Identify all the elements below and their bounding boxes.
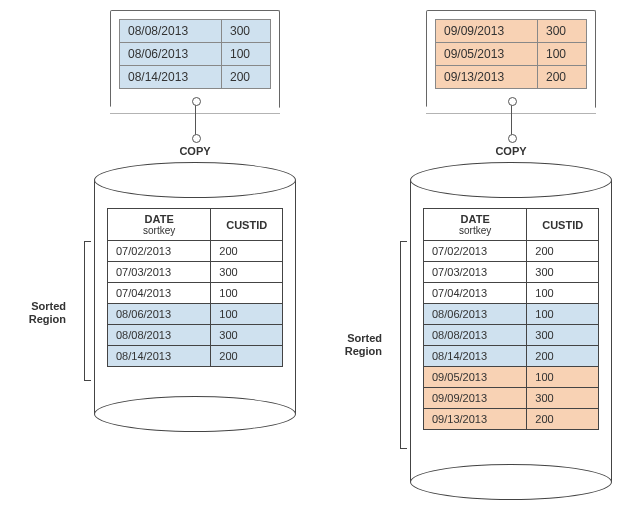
staging-grid-left: 08/08/2013300 08/06/2013100 08/14/201320… [119, 19, 271, 89]
region-label-right: Sorted Region [332, 332, 382, 358]
table-row: 09/09/2013300 [424, 388, 599, 409]
bracket-left [84, 241, 85, 381]
table-row: 07/03/2013300 [108, 262, 283, 283]
staging-grid-right: 09/09/2013300 09/05/2013100 09/13/201320… [435, 19, 587, 89]
connector-left [195, 104, 196, 136]
table-row: 08/14/2013200 [108, 346, 283, 367]
table-row: 07/02/2013200 [108, 241, 283, 262]
copy-label-left: COPY [110, 145, 280, 157]
table-row: 09/13/2013200 [424, 409, 599, 430]
database-cylinder-right: DATEsortkey CUSTID 07/02/201320007/03/20… [410, 180, 612, 482]
database-cylinder-left: DATEsortkey CUSTID 07/02/201320007/03/20… [94, 180, 296, 414]
region-label-left: Sorted Region [16, 300, 66, 326]
table-row: 07/04/2013100 [424, 283, 599, 304]
table-row: 08/06/2013100 [108, 304, 283, 325]
table-row: 08/08/2013300 [424, 325, 599, 346]
table-row: 07/02/2013200 [424, 241, 599, 262]
table-row: 08/06/2013100 [424, 304, 599, 325]
staging-table-left: 08/08/2013300 08/06/2013100 08/14/201320… [110, 10, 280, 109]
table-row: 07/03/2013300 [424, 262, 599, 283]
connector-right [511, 104, 512, 136]
staging-table-right: 09/09/2013300 09/05/2013100 09/13/201320… [426, 10, 596, 109]
table-row: 08/14/2013200 [424, 346, 599, 367]
table-row: 07/04/2013100 [108, 283, 283, 304]
bracket-right [400, 241, 401, 449]
copy-label-right: COPY [426, 145, 596, 157]
table-row: 09/05/2013100 [424, 367, 599, 388]
db-table-left: DATEsortkey CUSTID 07/02/201320007/03/20… [107, 208, 283, 367]
table-row: 08/08/2013300 [108, 325, 283, 346]
db-table-right: DATEsortkey CUSTID 07/02/201320007/03/20… [423, 208, 599, 430]
